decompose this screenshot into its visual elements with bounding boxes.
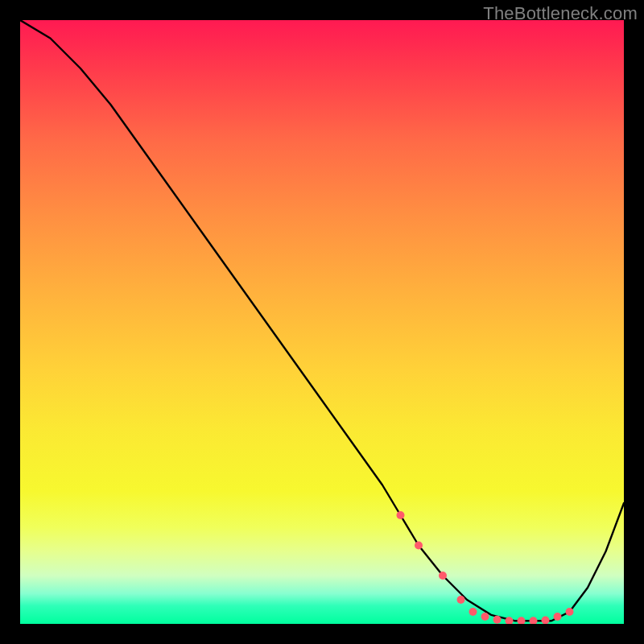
highlight-dot — [439, 572, 447, 580]
highlight-dot — [554, 613, 562, 621]
highlight-dot — [530, 617, 538, 624]
highlight-dot — [542, 617, 550, 625]
highlight-dot — [518, 617, 526, 624]
bottleneck-curve — [20, 20, 624, 621]
curve-layer — [20, 20, 624, 624]
highlight-dot — [415, 542, 423, 550]
highlight-dot — [481, 613, 489, 621]
plot-area — [20, 20, 624, 624]
watermark-text: TheBottleneck.com — [483, 3, 638, 24]
highlight-dot — [457, 596, 465, 604]
chart-frame: TheBottleneck.com — [0, 0, 644, 644]
highlight-dot — [469, 608, 477, 616]
highlight-dot — [397, 511, 405, 519]
highlight-dots — [397, 511, 574, 624]
highlight-dot — [566, 608, 574, 616]
highlight-dot — [493, 616, 502, 624]
